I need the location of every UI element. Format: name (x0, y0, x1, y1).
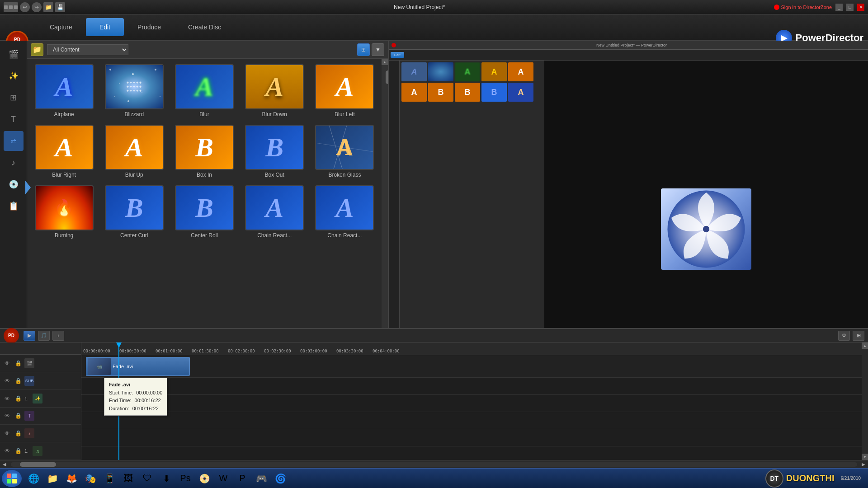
ruler-mark-4: 00:02:00:00 (228, 349, 264, 353)
sidebar-item-transition[interactable]: ⇄ (4, 131, 24, 151)
eye-icon-s2[interactable]: 👁 (3, 411, 12, 420)
timeline-area: PD ▶ 🎵 + ⚙ ⊞ 👁 🔒 🎬 👁 🔒 SUB (0, 328, 868, 468)
sidebar-item-overlay[interactable]: ⊞ (4, 88, 24, 108)
nav-bar: PD▶ Capture Edit Produce Create Disc ▶ P… (0, 14, 868, 41)
grid-view-button[interactable]: ⊞ (357, 43, 370, 56)
minimize-button[interactable]: _ (835, 4, 843, 11)
ruler-mark-8: 00:04:00:00 (373, 349, 409, 353)
track-content-area: 📹 Fade .avi Fade .avi Start Time: 00:00:… (81, 355, 862, 460)
transition-label-blurleft: Blur Left (335, 111, 355, 117)
sidebar-item-fx[interactable]: ✨ (4, 66, 24, 86)
transition-item-chainreact2[interactable]: A Chain React... (311, 183, 378, 240)
transition-item-boxout[interactable]: B Box Out (241, 123, 308, 180)
add-track-btn[interactable]: + (52, 331, 64, 341)
hscroll-left-btn[interactable]: ◀ (0, 460, 9, 468)
lock-icon-s1[interactable]: 🔒 (14, 376, 23, 385)
sidebar-item-audio[interactable]: ♪ (4, 153, 24, 173)
transition-thumb-blurup: A (105, 125, 164, 170)
ruler-mark-2: 00:01:00:00 (156, 349, 192, 353)
taskbar-ps[interactable]: Ps (176, 470, 194, 487)
transition-item-brokenglass[interactable]: A Broken Glass (311, 123, 378, 180)
lock-icon-s2[interactable]: 🔒 (14, 411, 23, 420)
svg-rect-6 (12, 474, 17, 478)
eye-icon-e1[interactable]: 👁 (3, 394, 12, 403)
transition-item-boxin[interactable]: B Box In (171, 123, 237, 180)
lock-icon-a1[interactable]: 🔒 (14, 429, 23, 438)
content-filter-select[interactable]: All Content (47, 44, 128, 55)
taskbar-app2[interactable]: 📱 (100, 470, 118, 487)
hscroll-thumb[interactable] (20, 462, 56, 467)
transition-item-blurleft[interactable]: A Blur Left (311, 62, 378, 119)
svg-rect-7 (7, 479, 11, 483)
transition-item-centercurl[interactable]: B Center Curl (101, 183, 167, 240)
eye-icon-s1[interactable]: 👁 (3, 376, 12, 385)
sidebar-item-chapters[interactable]: 📋 (4, 196, 24, 216)
ruler-mark-1: 00:00:30:00 (119, 349, 156, 353)
hscroll-right-btn[interactable]: ▶ (859, 460, 868, 468)
eye-icon-v1[interactable]: 👁 (3, 359, 12, 368)
lock-icon-e1[interactable]: 🔒 (14, 394, 23, 403)
taskbar-app3[interactable]: 🖼 (119, 470, 137, 487)
transition-item-blurdown[interactable]: A Blur Down (241, 62, 308, 119)
transition-label-brokenglass: Broken Glass (328, 172, 361, 178)
create-disc-tab[interactable]: Create Disc (175, 18, 235, 36)
video-track-btn[interactable]: ▶ (24, 331, 35, 341)
produce-tab[interactable]: Produce (124, 18, 175, 36)
tl-scroll-down[interactable]: ▼ (862, 454, 868, 460)
timeline-toolbar: PD ▶ 🎵 + ⚙ ⊞ (0, 329, 868, 343)
close-button[interactable]: ✕ (857, 4, 864, 11)
transition-label-blurup: Blur Up (125, 172, 143, 178)
transition-thumb-centerroll: B (175, 185, 234, 230)
taskbar-convert[interactable]: 📀 (195, 470, 213, 487)
sub2-track-icon: T (24, 411, 34, 421)
transition-item-blur[interactable]: A Blur (171, 62, 237, 119)
ruler-mark-6: 00:03:00:00 (300, 349, 336, 353)
tooltip-duration: Duration: 00:00:16:22 (109, 405, 162, 413)
capture-tab[interactable]: Capture (36, 18, 86, 36)
sidebar-item-title[interactable]: T (4, 109, 24, 129)
scroll-up-btn[interactable]: ▲ (382, 59, 388, 65)
sign-in-link[interactable]: Sign in to DirectorZone (774, 5, 832, 10)
transition-item-blurup[interactable]: A Blur Up (101, 123, 167, 180)
taskbar-explorer[interactable]: 📁 (43, 470, 61, 487)
lock-icon-m1[interactable]: 🔒 (14, 446, 23, 455)
lock-icon-v1[interactable]: 🔒 (14, 359, 23, 368)
eye-icon-m1[interactable]: 👁 (3, 446, 12, 455)
tl-scroll-up[interactable]: ▲ (862, 343, 868, 349)
video-clip-fade[interactable]: 📹 Fade .avi (86, 357, 190, 376)
taskbar-firefox[interactable]: 🦊 (62, 470, 80, 487)
ruler-mark-0: 00:00:00:00 (83, 349, 119, 353)
timeline-settings-btn[interactable]: ⚙ (838, 331, 850, 341)
title-bar: ↩ ↪ 📁 💾 New Untitled Project* Sign in to… (0, 0, 868, 14)
edit-tab[interactable]: Edit (86, 18, 124, 36)
folder-icon[interactable]: 📁 (31, 43, 43, 56)
taskbar-word[interactable]: W (214, 470, 232, 487)
settings-icon[interactable]: ▼ (372, 43, 384, 56)
transition-thumb-burning: 🔥 (35, 185, 94, 230)
start-button[interactable] (2, 470, 22, 487)
taskbar-chrome[interactable]: 🌀 (271, 470, 289, 487)
taskbar-ie[interactable]: 🌐 (24, 470, 42, 487)
timeline-layout-btn[interactable]: ⊞ (853, 331, 864, 341)
taskbar-ppt[interactable]: P (233, 470, 251, 487)
hscroll-track[interactable] (11, 462, 857, 467)
taskbar-app1[interactable]: 🎭 (81, 470, 99, 487)
transition-item-burning[interactable]: 🔥 Burning (31, 183, 97, 240)
transition-item-blizzard[interactable]: ✦✦✦✦✦✦✦✦✦✦✦✦✦✦✦ Blizzard (101, 62, 167, 119)
sidebar-item-disc[interactable]: 💿 (4, 174, 24, 194)
h-scrollbar[interactable]: ◀ ▶ (0, 460, 868, 468)
title-bar-right: Sign in to DirectorZone _ □ ✕ (774, 4, 865, 11)
transition-item-blurright[interactable]: A Blur Right (31, 123, 97, 180)
timeline-scrollbar[interactable]: ▲ ▼ (862, 343, 868, 460)
sidebar-item-media[interactable]: 🎬 (4, 44, 24, 64)
transition-item-airplane[interactable]: A Airplane (31, 62, 97, 119)
taskbar-antivirus[interactable]: 🛡 (138, 470, 156, 487)
audio-track-btn[interactable]: 🎵 (38, 331, 50, 341)
eye-icon-a1[interactable]: 👁 (3, 429, 12, 438)
taskbar-download[interactable]: ⬇ (157, 470, 175, 487)
taskbar-game[interactable]: 🎮 (252, 470, 270, 487)
transition-item-centerroll[interactable]: B Center Roll (171, 183, 237, 240)
transition-label-chainreact2: Chain React... (327, 232, 362, 239)
transition-item-chainreact1[interactable]: A Chain React... (241, 183, 308, 240)
maximize-button[interactable]: □ (846, 4, 854, 11)
